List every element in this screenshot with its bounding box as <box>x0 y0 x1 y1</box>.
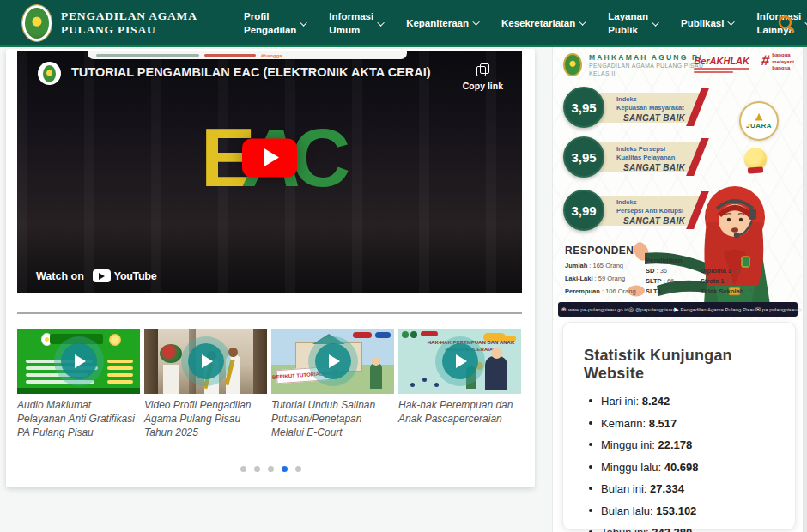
copy-icon <box>476 63 489 76</box>
youtube-logo-icon: YouTube <box>93 269 157 282</box>
carousel-dot-3[interactable] <box>268 466 274 472</box>
nav-item-informasi-umum[interactable]: InformasiUmum <box>329 10 385 37</box>
chevron-down-icon <box>728 19 735 26</box>
thumbnail-caption-2[interactable]: Video Profil Pengadilan Agama Pulang Pis… <box>144 399 267 439</box>
nav-item-kesekretariatan[interactable]: Kesekretariatan <box>501 17 586 31</box>
carousel-dot-5[interactable] <box>295 466 301 472</box>
index-score: 3,95 <box>563 136 604 178</box>
stat-row: Hari ini: 8.242 <box>584 395 786 408</box>
section-divider <box>17 312 522 314</box>
thumbnail-captions: Audio Maklumat Pelayanan Anti Gratifikas… <box>17 399 521 439</box>
brand-title: PENGADILAN AGAMA PULANG PISAU <box>61 9 197 37</box>
video-thumbnail-4[interactable]: HAK-HAK PEREMPUAN DAN ANAK PASCAPERCERAI… <box>398 329 521 394</box>
search-icon[interactable] <box>776 14 797 34</box>
org-name: MAHKAMAH AGUNG RI <box>589 53 703 63</box>
video-title[interactable]: TUTORIAL PENGAMBILAN EAC (ELEKTRONIK AKT… <box>71 65 463 79</box>
survey-infographic: MAHKAMAH AGUNG RI PENGADILAN AGAMA PULAN… <box>553 47 803 320</box>
chevron-down-icon <box>472 19 479 26</box>
index-score: 3,99 <box>563 190 604 231</box>
page: PENGADILAN AGAMA PULANG PISAU ProfilPeng… <box>0 0 807 532</box>
video-thumbnail-2[interactable] <box>144 329 267 394</box>
chevron-down-icon <box>579 19 586 26</box>
email-contact: ✉pa.pulangpisau@gmail.com <box>755 306 803 313</box>
play-button-icon[interactable] <box>442 343 478 379</box>
nav-item-layanan-publik[interactable]: LayananPublik <box>608 10 659 37</box>
mail-icon: ✉ <box>755 306 761 313</box>
flower-arrangement <box>160 344 182 363</box>
top-navbar: PENGADILAN AGAMA PULANG PISAU ProfilPeng… <box>0 0 807 47</box>
stat-row: Minggu ini: 22.178 <box>584 438 786 451</box>
chevron-down-icon <box>377 19 384 26</box>
video-thumbnail-1[interactable] <box>17 329 140 394</box>
instagram-icon: ◎ <box>628 306 634 313</box>
nav-item-publikasi[interactable]: Publikasi <box>681 17 736 31</box>
carousel-dot-1[interactable] <box>240 466 246 472</box>
stats-list: Hari ini: 8.242 Kemarin: 8.517 Minggu in… <box>584 395 786 532</box>
stat-row: Bulan lalu: 153.102 <box>584 505 786 517</box>
thumbnail-caption-1[interactable]: Audio Maklumat Pelayanan Anti Gratifikas… <box>17 399 140 439</box>
nav-item-kepaniteraan[interactable]: Kepaniteraan <box>406 17 480 31</box>
infographic-header: MAHKAMAH AGUNG RI PENGADILAN AGAMA PULAN… <box>563 53 703 78</box>
index-badge-kepuasan: IndeksKepuasan Masyarakat SANGAT BAIK 3,… <box>563 87 743 135</box>
copy-link-button[interactable]: Copy link <box>463 62 503 91</box>
index-badge-kualitas: Indeks PersepsiKualitas Pelayanan SANGAT… <box>563 136 743 184</box>
smiley-mascot-badge <box>744 148 767 170</box>
channel-avatar[interactable] <box>38 62 61 85</box>
index-score: 3,95 <box>563 87 604 128</box>
video-thumbnail-row: BERIKUT TUTORIALNYA ? HAK-HAK PEREMPUAN … <box>17 329 521 394</box>
globe-icon: ⊕ <box>561 306 567 313</box>
nav-item-profil-pengadilan[interactable]: ProfilPengadilan <box>244 10 307 37</box>
stat-row: Tahun ini: 343.280 <box>584 526 786 532</box>
juara-badge: JUARA <box>739 101 779 141</box>
youtube-icon: ▶ <box>674 306 678 313</box>
court-logo-icon <box>563 53 582 76</box>
play-button-icon[interactable] <box>315 343 351 379</box>
stat-row: Minggu lalu: 40.698 <box>584 461 786 474</box>
video-title-bar: TUTORIAL PENGAMBILAN EAC (ELEKTRONIK AKT… <box>17 51 522 91</box>
stats-title: Statistik Kunjungan Website <box>584 347 786 383</box>
infographic-contact-bar: ⊕www.pa-pulangpisau.go.id ◎@papulangpisa… <box>558 302 798 317</box>
chevron-down-icon <box>300 19 307 26</box>
pendidikan-block: Pendidikan SD : 36 Diploma 3 : 3 SLTP : … <box>646 257 792 295</box>
website-contact: ⊕www.pa-pulangpisau.go.id <box>561 306 628 313</box>
play-button-icon[interactable] <box>61 343 97 379</box>
berakhlak-logo: BerAKHLAK <box>694 56 749 73</box>
chevron-down-icon <box>652 19 658 26</box>
watch-on-youtube-link[interactable]: Watch on YouTube <box>36 269 156 282</box>
nav-menu: ProfilPengadilan InformasiUmum Kepaniter… <box>244 0 807 47</box>
carousel-dot-4-active[interactable] <box>282 466 288 472</box>
carousel-dot-2[interactable] <box>254 466 260 472</box>
youtube-video-embed[interactable]: #bangga TUTORIAL PENGAMBILAN EAC (ELEKTR… <box>17 51 522 293</box>
responden-title: RESPONDEN <box>565 245 694 257</box>
sidebar: MAHKAMAH AGUNG RI PENGADILAN AGAMA PULAN… <box>552 47 804 532</box>
main-content-card: #bangga TUTORIAL PENGAMBILAN EAC (ELEKTR… <box>6 49 535 487</box>
visitor-stats-card: Statistik Kunjungan Website Hari ini: 8.… <box>562 322 796 530</box>
thumbnail-caption-4[interactable]: Hak-hak Perempuan dan Anak Pascapercerai… <box>398 399 521 439</box>
brand[interactable]: PENGADILAN AGAMA PULANG PISAU <box>22 5 197 41</box>
bangga-melayani-bangsa-logo: # bangga melayani bangsa <box>761 52 794 72</box>
youtube-facebook-contact: ▶Pengadilan Agama Pulang Pisau <box>674 306 755 313</box>
video-thumbnail-3[interactable]: BERIKUT TUTORIALNYA ? <box>271 329 394 394</box>
court-logo-icon <box>22 5 52 41</box>
carousel-dots <box>6 466 535 472</box>
instagram-contact: ◎@papulangpisau <box>628 306 674 313</box>
youtube-play-button[interactable] <box>242 138 297 177</box>
thumbnail-caption-3[interactable]: Tutorial Unduh Salinan Putusan/Penetapan… <box>271 399 394 439</box>
play-button-icon[interactable] <box>188 343 224 379</box>
stat-row: Kemarin: 8.517 <box>584 417 786 430</box>
stat-row: Bulan ini: 27.334 <box>584 482 786 495</box>
gold-seal-icon <box>109 334 121 346</box>
